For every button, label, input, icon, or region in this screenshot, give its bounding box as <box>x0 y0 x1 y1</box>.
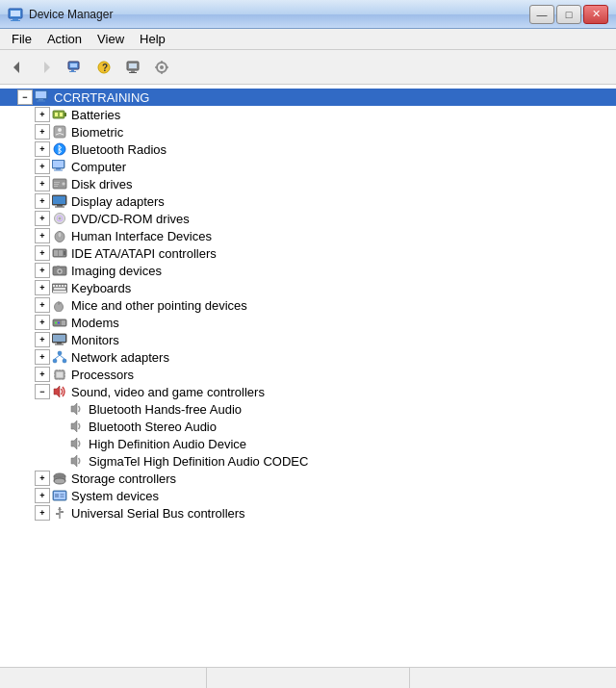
scan-button[interactable] <box>119 54 146 81</box>
svg-rect-9 <box>69 71 76 72</box>
expander-ide[interactable]: + <box>35 245 50 261</box>
svg-rect-79 <box>55 344 64 345</box>
svg-rect-8 <box>71 69 74 71</box>
svg-line-83 <box>55 355 60 359</box>
expander-display[interactable]: + <box>35 193 50 209</box>
svg-rect-107 <box>55 494 59 497</box>
expander-disk[interactable]: + <box>35 176 50 191</box>
expander-computer[interactable]: + <box>35 159 50 174</box>
batteries-label: Batteries <box>71 108 120 122</box>
expander-keyboards[interactable]: + <box>35 280 50 295</box>
svg-marker-97 <box>54 386 60 397</box>
tree-node-batteries[interactable]: + Batteries <box>0 106 616 123</box>
update-driver-button[interactable] <box>148 54 175 81</box>
svg-point-82 <box>63 359 66 363</box>
forward-button[interactable] <box>33 54 60 81</box>
svg-rect-15 <box>129 72 137 73</box>
expander-mice[interactable]: + <box>35 297 50 313</box>
properties-button[interactable] <box>62 54 89 81</box>
menu-view[interactable]: View <box>90 29 132 49</box>
hid-label: Human Interface Devices <box>71 229 212 243</box>
menu-help[interactable]: Help <box>132 29 173 49</box>
maximize-button[interactable]: □ <box>556 5 581 24</box>
tree-node-hd-audio[interactable]: High Definition Audio Device <box>0 435 616 452</box>
svg-rect-60 <box>57 266 60 268</box>
tree-node-network[interactable]: + Network adapters <box>0 348 616 366</box>
display-icon <box>52 193 67 209</box>
tree-node-modems[interactable]: + Modems <box>0 314 616 331</box>
svg-rect-66 <box>64 285 66 287</box>
svg-rect-44 <box>53 196 65 204</box>
expander-bluetooth[interactable]: + <box>35 141 50 157</box>
usb-icon <box>52 505 67 521</box>
svg-rect-2 <box>13 18 18 20</box>
ide-label: IDE ATA/ATAPI controllers <box>71 246 217 261</box>
expander-batteries[interactable]: + <box>35 107 50 122</box>
menu-action[interactable]: Action <box>39 29 90 49</box>
tree-node-system[interactable]: + System devices <box>0 487 616 504</box>
expander-sound[interactable]: − <box>35 384 50 399</box>
root-label: CCRRTRAINING <box>54 90 149 105</box>
computer-label: Computer <box>71 160 126 174</box>
tree-node-bt-hands[interactable]: Bluetooth Hands-free Audio <box>0 400 616 418</box>
audio-bt-stereo-icon <box>69 419 85 434</box>
imaging-label: Imaging devices <box>71 264 162 278</box>
tree-node-dvd[interactable]: + DVD/CD-ROM drives <box>0 210 616 227</box>
tree-node-processors[interactable]: + Processors <box>0 366 616 383</box>
svg-text:ᛒ: ᛒ <box>57 144 63 155</box>
batteries-icon <box>52 107 67 122</box>
minimize-button[interactable]: — <box>529 5 554 24</box>
svg-point-52 <box>58 232 62 238</box>
expander-hid[interactable]: + <box>35 228 50 243</box>
expander-system[interactable]: + <box>35 488 50 503</box>
tree-node-usb[interactable]: + Universal Serial Bus controllers <box>0 504 616 522</box>
svg-rect-25 <box>37 101 45 102</box>
back-button[interactable] <box>4 54 31 81</box>
tree-node-bluetooth[interactable]: + ᛒ Bluetooth Radios <box>0 140 616 158</box>
title-bar: Device Manager — □ ✕ <box>0 0 616 29</box>
svg-rect-24 <box>38 99 43 101</box>
svg-rect-63 <box>56 285 58 287</box>
tree-node-biometric[interactable]: + Biometric <box>0 123 616 140</box>
tree-node-ide[interactable]: + IDE ATA/ATAPI controllers <box>0 244 616 262</box>
expander-storage[interactable]: + <box>35 471 50 486</box>
expander-usb[interactable]: + <box>35 505 50 521</box>
expander-modems[interactable]: + <box>35 315 50 330</box>
tree-node-hid[interactable]: + Human Interface Devices <box>0 227 616 244</box>
help-button[interactable]: ? <box>90 54 117 81</box>
expander-monitors[interactable]: + <box>35 332 50 347</box>
tree-node-mice[interactable]: + Mice and other pointing devices <box>0 296 616 314</box>
tree-node-imaging[interactable]: + Imaging devices <box>0 262 616 279</box>
dvd-label: DVD/CD-ROM drives <box>71 212 190 226</box>
expander-biometric[interactable]: + <box>35 124 50 140</box>
disk-label: Disk drives <box>71 177 133 191</box>
title-bar-buttons: — □ ✕ <box>529 5 608 24</box>
menu-file[interactable]: File <box>4 29 39 49</box>
tree-view[interactable]: − CCRRTRAINING + <box>0 85 616 667</box>
network-label: Network adapters <box>71 350 169 365</box>
tree-node-keyboards[interactable]: + Keyboards <box>0 279 616 296</box>
keyboard-icon <box>52 280 67 295</box>
svg-point-31 <box>58 128 62 132</box>
dvd-icon <box>52 211 67 226</box>
tree-node-bt-stereo[interactable]: Bluetooth Stereo Audio <box>0 418 616 435</box>
network-icon <box>52 349 67 365</box>
tree-node-root[interactable]: − CCRRTRAINING <box>0 89 616 106</box>
expander-dvd[interactable]: + <box>35 211 50 226</box>
tree-node-disk[interactable]: + Disk drives <box>0 175 616 192</box>
tree-node-computer[interactable]: + Computer <box>0 158 616 175</box>
audio-sigma-icon <box>69 453 85 469</box>
tree-node-monitors[interactable]: + Monitors <box>0 331 616 348</box>
expander-root[interactable]: − <box>17 89 33 105</box>
bluetooth-label: Bluetooth Radios <box>71 142 167 157</box>
close-button[interactable]: ✕ <box>583 5 608 24</box>
tree-node-sigmatel[interactable]: SigmaTel High Definition Audio CODEC <box>0 452 616 470</box>
svg-rect-26 <box>53 111 64 118</box>
expander-processors[interactable]: + <box>35 367 50 382</box>
tree-node-display[interactable]: + Display adapters <box>0 192 616 210</box>
expander-imaging[interactable]: + <box>35 263 50 278</box>
expander-network[interactable]: + <box>35 349 50 365</box>
tree-node-storage[interactable]: + Storage controllers <box>0 470 616 487</box>
computer-icon <box>35 89 50 105</box>
tree-node-sound[interactable]: − Sound, video and game controllers <box>0 383 616 400</box>
